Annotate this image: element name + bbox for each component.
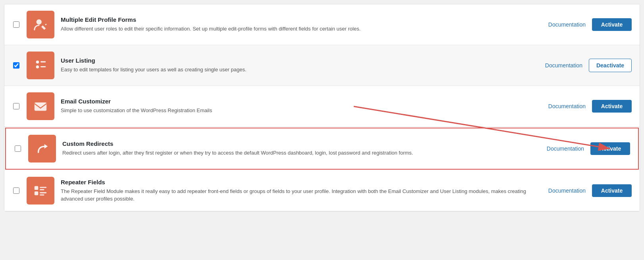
plugin-title-email-customizer: Email Customizer [61, 98, 542, 105]
action-button-repeater-fields[interactable]: Activate [592, 184, 632, 197]
plugin-actions-repeater-fields: DocumentationActivate [548, 184, 632, 197]
plugin-desc-custom-redirects: Redirect users after login, after they f… [62, 149, 540, 157]
svg-point-1 [36, 61, 39, 64]
svg-rect-9 [40, 187, 46, 188]
svg-point-0 [37, 19, 42, 25]
checkbox-multiple-edit-profile-forms[interactable] [13, 21, 19, 28]
plugin-row-repeater-fields: Repeater FieldsThe Repeater Field Module… [4, 170, 640, 211]
checkbox-cell-custom-redirects [14, 145, 22, 152]
doc-link-user-listing[interactable]: Documentation [545, 62, 582, 69]
checkbox-email-customizer[interactable] [13, 103, 19, 109]
checkbox-cell-multiple-edit-profile-forms [12, 21, 20, 28]
svg-rect-11 [40, 192, 46, 193]
plugin-icon-custom-redirects [28, 135, 56, 162]
plugin-row-email-customizer: Email CustomizerSimple to use customizat… [4, 86, 640, 127]
plugin-title-repeater-fields: Repeater Fields [61, 179, 542, 185]
checkbox-cell-email-customizer [12, 103, 20, 109]
doc-link-repeater-fields[interactable]: Documentation [548, 187, 586, 194]
svg-rect-3 [40, 61, 46, 63]
plugin-desc-repeater-fields: The Repeater Field Module makes it reall… [61, 187, 542, 203]
svg-point-2 [36, 65, 39, 69]
svg-rect-8 [35, 191, 39, 195]
svg-rect-4 [40, 66, 46, 67]
plugin-icon-multiple-edit-profile-forms [27, 11, 54, 38]
plugin-icon-user-listing [27, 52, 54, 79]
plugin-actions-multiple-edit-profile-forms: DocumentationActivate [548, 18, 632, 31]
plugin-row-custom-redirects: Custom RedirectsRedirect users after log… [5, 128, 639, 170]
plugin-list: Multiple Edit Profile FormsAllow differe… [4, 4, 640, 212]
action-button-email-customizer[interactable]: Activate [592, 100, 632, 113]
plugin-row-user-listing: User ListingEasy to edit templates for l… [4, 45, 640, 86]
action-button-user-listing[interactable]: Deactivate [589, 59, 632, 72]
checkbox-user-listing[interactable] [13, 62, 19, 69]
plugin-title-custom-redirects: Custom Redirects [62, 140, 540, 147]
plugin-title-user-listing: User Listing [61, 57, 539, 64]
action-button-custom-redirects[interactable]: Activate [590, 142, 630, 155]
plugin-actions-user-listing: DocumentationDeactivate [545, 59, 632, 72]
plugin-info-multiple-edit-profile-forms: Multiple Edit Profile FormsAllow differe… [61, 16, 542, 33]
plugin-title-multiple-edit-profile-forms: Multiple Edit Profile Forms [61, 16, 542, 23]
doc-link-custom-redirects[interactable]: Documentation [547, 145, 584, 152]
plugin-icon-email-customizer [27, 92, 54, 120]
svg-rect-5 [35, 103, 46, 111]
plugin-info-custom-redirects: Custom RedirectsRedirect users after log… [62, 140, 540, 157]
checkbox-custom-redirects[interactable] [15, 145, 21, 152]
plugin-actions-custom-redirects: DocumentationActivate [547, 142, 630, 155]
plugin-row-multiple-edit-profile-forms: Multiple Edit Profile FormsAllow differe… [4, 4, 640, 45]
plugin-info-email-customizer: Email CustomizerSimple to use customizat… [61, 98, 542, 115]
action-button-multiple-edit-profile-forms[interactable]: Activate [592, 18, 632, 31]
svg-rect-10 [40, 189, 44, 190]
plugin-desc-email-customizer: Simple to use customization of the WordP… [61, 107, 542, 115]
checkbox-cell-user-listing [12, 62, 20, 69]
plugin-desc-multiple-edit-profile-forms: Allow different user roles to edit their… [61, 25, 542, 33]
doc-link-email-customizer[interactable]: Documentation [548, 103, 586, 109]
plugin-info-user-listing: User ListingEasy to edit templates for l… [61, 57, 539, 74]
plugin-desc-user-listing: Easy to edit templates for listing your … [61, 66, 539, 74]
plugin-info-repeater-fields: Repeater FieldsThe Repeater Field Module… [61, 179, 542, 203]
plugin-icon-repeater-fields [27, 177, 54, 205]
svg-rect-7 [35, 186, 39, 190]
checkbox-cell-repeater-fields [12, 187, 20, 194]
svg-marker-6 [44, 144, 48, 149]
plugin-actions-email-customizer: DocumentationActivate [548, 100, 632, 113]
doc-link-multiple-edit-profile-forms[interactable]: Documentation [548, 21, 586, 28]
checkbox-repeater-fields[interactable] [13, 187, 19, 194]
svg-rect-12 [40, 195, 44, 196]
